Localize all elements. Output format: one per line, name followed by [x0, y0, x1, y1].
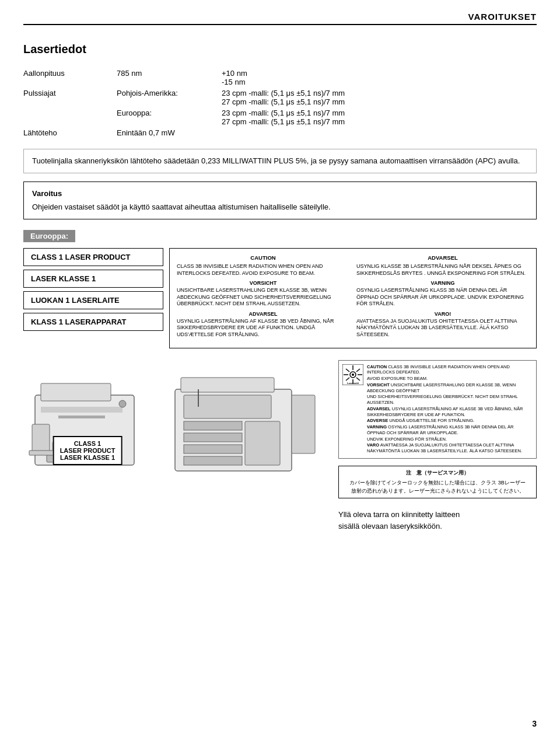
svg-rect-1 [41, 383, 111, 401]
caution-section: CAUTION CLASS 3B INVISIBLE LASER RADIATI… [177, 254, 349, 277]
advarsel-no-text: USYNLIG KLASSE 3B LASERSTRÅLNING NÅR DEK… [356, 263, 529, 277]
header-title: VAROITUKSET [468, 12, 537, 22]
section-title: Lasertiedot [23, 43, 537, 56]
label-laser-klasse: LASER KLASSE 1 [23, 270, 163, 288]
svg-rect-17 [245, 421, 280, 465]
label-luokan: LUOKAN 1 LASERLAITE [23, 291, 163, 309]
vorsicht-title: VORSICHT [177, 280, 349, 287]
printer-svg-right [163, 360, 327, 477]
value-eurooppa: 23 cpm -malli: (5,1 μs ±5,1 ns)/7 mm 27 … [222, 107, 537, 127]
st-line: VARO AVATTAESSA JA SUOJALUKITUS OHITETTA… [367, 442, 533, 454]
value-tolerance: +10 nm-15 nm [222, 68, 537, 88]
printer-image-left: CLASS 1 LASER PRODUCT LASER KLASSE 1 [23, 360, 152, 477]
caution-title: CAUTION [177, 254, 349, 261]
left-labels: CLASS 1 LASER PRODUCT LASER KLASSE 1 LUO… [23, 248, 163, 348]
warning-text: Ohjeiden vastaiset säädöt ja käyttö saat… [32, 201, 528, 213]
printer-label-line3: LASER KLASSE 1 [60, 454, 115, 461]
varo-text: AVATTAESSA JA SUOJALUKITUS OHITETTAESSA … [356, 318, 529, 338]
japanese-title: 注 意（サービスマン用） [344, 469, 531, 477]
laser-info-table: Aallonpituus 785 nm +10 nm-15 nm Pulssia… [23, 68, 537, 138]
vorsicht-text: UNSICHTBARE LASERSTRAHLUNG DER KLASSE 3B… [177, 287, 349, 308]
svg-rect-14 [184, 433, 242, 442]
warning-title: Varoitus [32, 188, 528, 200]
page-header: VAROITUKSET [23, 12, 537, 25]
label-pohjois-amerikka: Pohjois-Amerikka: [117, 88, 222, 107]
varo-section: VARO! AVATTAESSA JA SUOJALUKITUS OHITETT… [356, 311, 529, 338]
bottom-section: CLASS 1 LASER PRODUCT LASER KLASSE 1 [23, 360, 537, 532]
varning-title: VARNING [356, 280, 529, 287]
vorsicht-section: VORSICHT UNSICHTBARE LASERSTRAHLUNG DER … [177, 280, 349, 308]
svg-rect-7 [32, 424, 50, 453]
eurooppa-region: Eurooppa: CLASS 1 LASER PRODUCT LASER KL… [23, 230, 537, 348]
st-line: UNDVIK EXPONERING FÖR STRÅLEN. [367, 437, 533, 442]
caution-text: CLASS 3B INVISIBLE LASER RADIATION WHEN … [177, 263, 349, 277]
advarsel-title: ADVARSEL [177, 311, 349, 318]
label-eurooppa: Eurooppa: [117, 107, 222, 127]
st-line: VARNING OSYNLIG LASERSTRÅLNING KLASS 3B … [367, 424, 533, 436]
svg-point-5 [119, 400, 126, 407]
eurooppa-label: Eurooppa: [23, 230, 75, 242]
svg-point-21 [352, 374, 354, 376]
svg-rect-16 [184, 456, 242, 465]
table-row: Lähtöteho Enintään 0,7 mW [23, 127, 537, 138]
advarsel-no-title: ADVARSEL [356, 254, 529, 261]
bottom-caption: Yllä oleva tarra on kiinnitetty laitteen… [338, 509, 537, 532]
advarsel-no-section: ADVARSEL USYNLIG KLASSE 3B LASERSTRÅLNIN… [356, 254, 529, 277]
varo-title: VARO! [356, 311, 529, 318]
st-line: VORSICHT UNSICHTBARE LASERSTRAHLUNG DER … [367, 382, 533, 394]
japanese-box: 注 意（サービスマン用） カバーを除けてインターロックを無効にした場合には、クラ… [338, 466, 537, 499]
advarsel-section: ADVARSEL USYNLIG LASERSTRÅLNING AF KLASS… [177, 311, 349, 338]
info-box: Tuotelinjalla skanneriyksikön lähtöteho … [23, 149, 537, 173]
printer-image-right [163, 360, 327, 477]
st-line: ADVERSE UNDGÅ UDSÆTTELSE FOR STRÅLNING. [367, 418, 533, 424]
sticker-row: Laserstahl CAUTION CLASS 3B INVISIBLE LA… [342, 364, 533, 455]
svg-text:Laserstahl: Laserstahl [347, 382, 359, 385]
info-text: Tuotelinjalla skanneriyksikön lähtöteho … [32, 156, 520, 165]
printer-label-box: CLASS 1 LASER PRODUCT LASER KLASSE 1 [53, 436, 123, 465]
caution-box: CAUTION CLASS 3B INVISIBLE LASER RADIATI… [169, 248, 537, 348]
st-line: UND SICHERHEITSVERRIEGELUNG ÜBERBRÜCKT. … [367, 394, 533, 406]
advarsel-text: USYNLIG LASERSTRÅLNING AF KLASSE 3B VED … [177, 318, 349, 338]
label-lahto: Lähtöteho [23, 127, 117, 138]
caution-left-col: CAUTION CLASS 3B INVISIBLE LASER RADIATI… [174, 253, 352, 343]
table-row: Eurooppa: 23 cpm -malli: (5,1 μs ±5,1 ns… [23, 107, 537, 127]
svg-rect-13 [184, 421, 242, 430]
st-line: AVOID EXPOSURE TO BEAM. [367, 376, 533, 382]
japanese-text: カバーを除けてインターロックを無効にした場合には、クラス 3Bレーザー 放射の恐… [344, 479, 531, 495]
sticker-section: Laserstahl CAUTION CLASS 3B INVISIBLE LA… [338, 360, 537, 532]
svg-rect-12 [184, 395, 271, 418]
svg-rect-6 [58, 416, 105, 418]
label-aallonpituus: Aallonpituus [23, 68, 117, 88]
value-pohjois-amerikka: 23 cpm -malli: (5,1 μs ±5,1 ns)/7 mm 27 … [222, 88, 537, 107]
laser-hazard-symbol: Laserstahl [342, 364, 363, 385]
caution-right-col: ADVARSEL USYNLIG KLASSE 3B LASERSTRÅLNIN… [354, 253, 531, 343]
svg-rect-4 [41, 407, 123, 413]
value-785nm: 785 nm [117, 68, 222, 88]
printer-label-line1: CLASS 1 [74, 440, 101, 447]
label-klass1: KLASS 1 LASERAPPARAT [23, 313, 163, 331]
svg-rect-10 [181, 378, 274, 392]
st-line: CAUTION CLASS 3B INVISIBLE LASER RADIATI… [367, 364, 533, 376]
page-number: 3 [532, 719, 537, 728]
svg-rect-15 [184, 445, 242, 453]
varning-text: OSYNLIG LASERSTRÅLNING KLASS 3B NÄR DENN… [356, 287, 529, 308]
table-row: Aallonpituus 785 nm +10 nm-15 nm [23, 68, 537, 88]
warning-box: Varoitus Ohjeiden vastaiset säädöt ja kä… [23, 181, 537, 219]
svg-rect-11 [292, 395, 315, 453]
printer-label-line2: LASER PRODUCT [60, 447, 116, 454]
sticker-text-block: CAUTION CLASS 3B INVISIBLE LASER RADIATI… [367, 364, 533, 455]
table-row: Pulssiajat Pohjois-Amerikka: 23 cpm -mal… [23, 88, 537, 107]
main-sticker: Laserstahl CAUTION CLASS 3B INVISIBLE LA… [338, 360, 537, 459]
label-pulssiajat: Pulssiajat [23, 88, 117, 107]
varning-section: VARNING OSYNLIG LASERSTRÅLNING KLASS 3B … [356, 280, 529, 308]
labels-section: CLASS 1 LASER PRODUCT LASER KLASSE 1 LUO… [23, 248, 537, 348]
bottom-caption-text: Yllä oleva tarra on kiinnitetty laitteen… [338, 510, 460, 530]
label-empty [23, 107, 117, 127]
value-lahto: Enintään 0,7 mW [117, 127, 537, 138]
st-line: ADVARSEL USYNLIG LASERSTRÅLNING AF KLASS… [367, 406, 533, 418]
label-class1: CLASS 1 LASER PRODUCT [23, 248, 163, 266]
